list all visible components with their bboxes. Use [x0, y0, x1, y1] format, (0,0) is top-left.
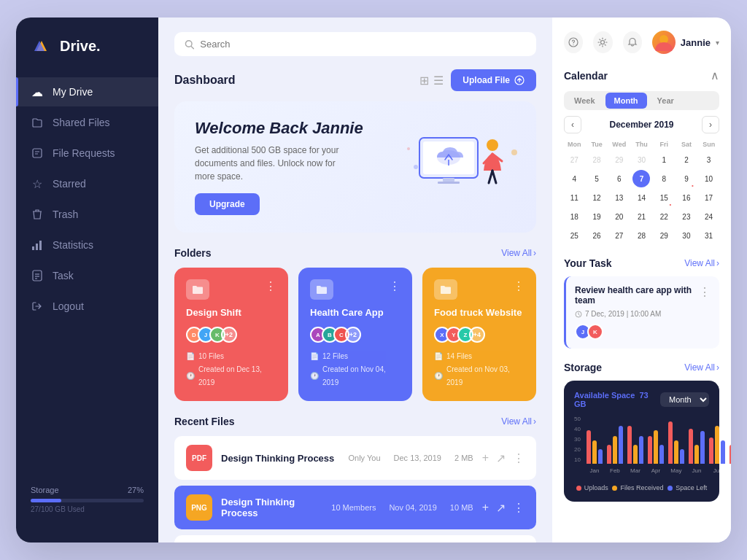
view-icons: ⊞ ☰: [419, 74, 444, 88]
cal-day[interactable]: 22: [655, 208, 673, 225]
recent-files-view-all[interactable]: View All ›: [501, 416, 536, 427]
calendar-collapse-btn[interactable]: ∧: [711, 69, 719, 82]
sidebar-item-trash[interactable]: Trash: [16, 200, 158, 229]
cal-day[interactable]: 16: [678, 189, 695, 206]
list-view-btn[interactable]: ☰: [433, 74, 444, 88]
cal-day[interactable]: 5: [588, 170, 605, 187]
file-share-btn[interactable]: ↗: [496, 501, 506, 515]
bar-uploads: [689, 429, 693, 464]
file-more-btn[interactable]: ⋮: [513, 451, 525, 465]
sidebar-item-file-requests[interactable]: File Requests: [16, 139, 158, 168]
sidebar-item-statistics[interactable]: Statistics: [16, 230, 158, 260]
cal-day[interactable]: 8: [655, 170, 673, 187]
file-date: Dec 13, 2019: [394, 454, 441, 462]
cal-day[interactable]: 11: [565, 189, 583, 206]
folders-view-all[interactable]: View All ›: [501, 248, 536, 258]
welcome-heading: Welcome Back Jannie: [195, 119, 363, 138]
sidebar-item-shared-files[interactable]: Shared Files: [16, 108, 158, 137]
file-share-btn[interactable]: ↗: [496, 451, 506, 465]
task-view-all[interactable]: View All ›: [684, 258, 719, 268]
folder-svg-icon: [192, 284, 204, 295]
cal-day[interactable]: 13: [611, 189, 628, 206]
search-input[interactable]: [200, 39, 526, 50]
cal-day[interactable]: 17: [700, 189, 718, 206]
cal-day[interactable]: 2: [678, 151, 695, 168]
storage-available: Available Space 73 GB Month Week Year: [574, 391, 709, 408]
file-more-btn[interactable]: ⋮: [513, 501, 525, 515]
cal-day[interactable]: 6: [611, 170, 628, 187]
file-add-btn[interactable]: +: [482, 501, 489, 514]
sidebar-item-task[interactable]: Task: [16, 261, 158, 290]
cal-day[interactable]: 26: [588, 227, 605, 244]
cal-day[interactable]: 30: [678, 227, 695, 244]
logo-icon: [31, 35, 53, 57]
cal-day[interactable]: 19: [588, 208, 605, 225]
task-more-btn[interactable]: ⋮: [699, 285, 711, 299]
legend-label-received: Files Received: [620, 484, 663, 491]
cal-day[interactable]: 15: [655, 189, 673, 206]
cal-day[interactable]: 3: [700, 151, 718, 168]
sidebar-item-my-drive[interactable]: ☁ My Drive: [16, 77, 158, 106]
bar-uploads: [709, 438, 713, 464]
storage-view-all[interactable]: View All ›: [684, 362, 719, 373]
folder-menu-btn[interactable]: ⋮: [265, 279, 276, 293]
welcome-description: Get additional 500 GB space for your doc…: [195, 144, 355, 183]
cal-day[interactable]: 24: [700, 208, 718, 225]
cal-day[interactable]: 25: [565, 227, 583, 244]
cal-tab-week[interactable]: Week: [565, 93, 604, 109]
chart-col-mar: Mar: [627, 416, 643, 474]
cal-day[interactable]: 18: [565, 208, 583, 225]
svg-rect-4: [36, 244, 38, 250]
shared-files-icon: [31, 116, 44, 129]
cal-day[interactable]: 23: [678, 208, 695, 225]
svg-line-23: [492, 171, 496, 183]
cal-prev-btn[interactable]: ‹: [564, 116, 581, 133]
cal-tab-year[interactable]: Year: [649, 93, 683, 109]
notification-icon-btn[interactable]: [623, 31, 642, 53]
chart-col-jul: Jul: [709, 416, 725, 474]
cal-day[interactable]: 31: [700, 227, 718, 244]
cal-day[interactable]: 27: [611, 227, 628, 244]
task-card[interactable]: Review health care app with team ⋮ 7 Dec…: [564, 276, 719, 349]
folder-menu-btn[interactable]: ⋮: [389, 279, 400, 293]
cal-day[interactable]: 29: [611, 151, 628, 168]
cal-day[interactable]: 4: [565, 170, 583, 187]
sidebar-item-logout[interactable]: Logout: [16, 292, 158, 321]
folder-created: 🕐Created on Nov 03, 2019: [434, 363, 525, 389]
file-add-btn[interactable]: +: [482, 451, 489, 464]
help-icon-btn[interactable]: [564, 31, 583, 53]
folder-card-food-truck[interactable]: ⋮ Food truck Website X Y Z +4 📄14 Files: [422, 268, 536, 401]
cal-tab-month[interactable]: Month: [605, 93, 647, 109]
settings-icon-btn[interactable]: [593, 31, 612, 53]
svg-point-25: [511, 149, 517, 155]
cal-day[interactable]: 9: [678, 170, 695, 187]
cal-day[interactable]: 12: [588, 189, 605, 206]
search-icon: [185, 39, 194, 50]
cal-day[interactable]: 28: [588, 151, 605, 168]
welcome-text: Welcome Back Jannie Get additional 500 G…: [195, 119, 363, 215]
cal-day[interactable]: 29: [655, 227, 673, 244]
cal-day[interactable]: 28: [632, 227, 650, 244]
folder-meta: 📄10 Files 🕐Created on Dec 13, 2019: [186, 350, 276, 389]
upload-file-button[interactable]: Upload File: [451, 69, 536, 91]
cal-day[interactable]: 14: [632, 189, 650, 206]
user-chip[interactable]: Jannie ▾: [652, 31, 719, 54]
folder-card-health-care[interactable]: ⋮ Health Care App A B C +2 📄12 Files: [298, 268, 412, 401]
sidebar-item-starred[interactable]: ☆ Starred: [16, 169, 158, 198]
cal-day-today[interactable]: 7: [632, 170, 650, 187]
cal-day[interactable]: 21: [632, 208, 650, 225]
folder-avatar-count: +2: [345, 327, 361, 343]
folder-card-design-shift[interactable]: ⋮ Design Shift D J K +2 📄10 Files: [174, 268, 288, 401]
grid-view-btn[interactable]: ⊞: [419, 74, 429, 88]
chart-col-label: Jan: [589, 467, 599, 474]
cal-day[interactable]: 1: [655, 151, 673, 168]
storage-period-select[interactable]: Month Week Year: [660, 392, 709, 407]
cal-day[interactable]: 10: [700, 170, 718, 187]
folder-menu-btn[interactable]: ⋮: [513, 279, 525, 293]
cal-next-btn[interactable]: ›: [702, 116, 719, 133]
chart-col-jun: Jun: [689, 416, 705, 474]
upgrade-button[interactable]: Upgrade: [195, 193, 260, 215]
cal-day[interactable]: 27: [565, 151, 583, 168]
cal-day[interactable]: 30: [632, 151, 650, 168]
cal-day[interactable]: 20: [611, 208, 628, 225]
